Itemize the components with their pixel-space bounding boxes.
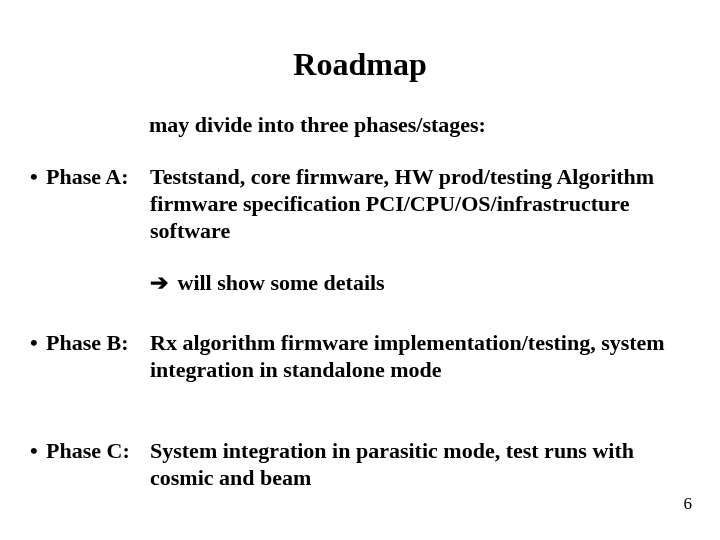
phase-c-body: System integration in parasitic mode, te…	[150, 438, 690, 492]
page-number: 6	[684, 494, 693, 514]
detail-text: will show some details	[172, 270, 385, 295]
slide-title: Roadmap	[0, 46, 720, 83]
phase-a-label: Phase A:	[46, 164, 129, 191]
slide: Roadmap may divide into three phases/sta…	[0, 0, 720, 540]
bullet-dot-icon: •	[30, 164, 38, 191]
phase-c-label: Phase C:	[46, 438, 130, 465]
bullet-dot-icon: •	[30, 330, 38, 357]
detail-line: ➔ will show some details	[150, 270, 385, 296]
phase-b-label: Phase B:	[46, 330, 129, 357]
bullet-dot-icon: •	[30, 438, 38, 465]
phase-b-body: Rx algorithm firmware implementation/tes…	[150, 330, 690, 384]
phase-a-body: Teststand, core firmware, HW prod/testin…	[150, 164, 690, 244]
arrow-right-icon: ➔	[150, 270, 168, 295]
slide-subtitle: may divide into three phases/stages:	[149, 112, 486, 138]
